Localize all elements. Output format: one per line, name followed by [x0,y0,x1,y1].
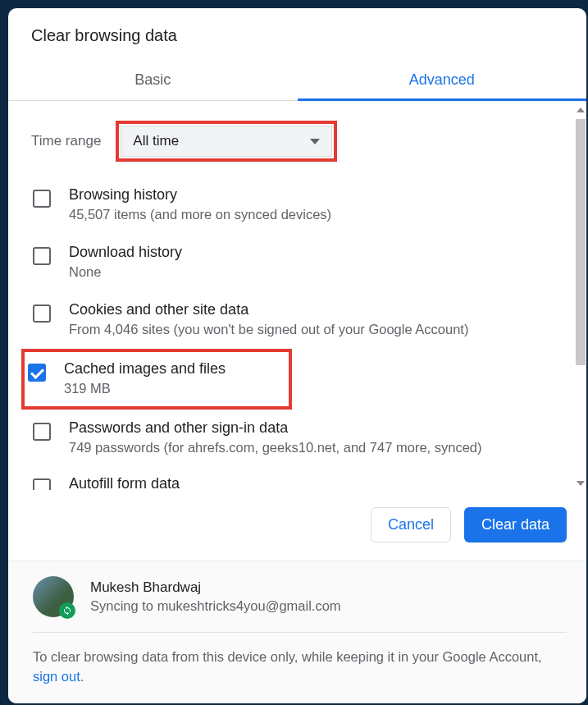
option-title: Cached images and files [64,360,226,378]
option-passwords[interactable]: Passwords and other sign-in data 749 pas… [28,410,570,467]
tab-advanced[interactable]: Advanced [298,60,587,100]
content-scroll-area: Time range All time Browsing history 45,… [8,101,586,492]
option-cookies[interactable]: Cookies and other site data From 4,046 s… [28,291,570,349]
option-title: Passwords and other sign-in data [69,419,482,437]
option-subtitle: From 4,046 sites (you won't be signed ou… [69,322,468,337]
option-title: Cookies and other site data [69,301,468,318]
option-subtitle: 319 MB [64,381,226,396]
option-download-history[interactable]: Download history None [28,234,570,291]
checkbox-download-history[interactable] [33,247,51,265]
time-range-row: Time range All time [28,109,570,176]
clear-data-button[interactable]: Clear data [464,507,567,542]
checkbox-autofill[interactable] [33,478,51,490]
option-autofill[interactable]: Autofill form data [28,467,570,492]
tabs: Basic Advanced [8,60,586,101]
cancel-button[interactable]: Cancel [371,507,451,542]
footer-text-after: . [80,669,84,684]
time-range-value: All time [133,133,179,149]
scroll-up-icon[interactable] [577,108,585,112]
option-subtitle: 749 passwords (for ahrefs.com, geeks10.n… [69,440,482,456]
option-subtitle: 45,507 items (and more on synced devices… [69,207,331,222]
scroll-thumb[interactable] [576,119,586,365]
scrollbar[interactable] [575,108,586,486]
clear-browsing-data-dialog: Clear browsing data Basic Advanced Time … [8,8,586,703]
option-title: Autofill form data [69,475,180,492]
sync-icon [59,602,75,619]
option-title: Download history [69,244,182,261]
option-cached-highlight: Cached images and files 319 MB [21,349,292,410]
dialog-title: Clear browsing data [8,8,586,60]
avatar [33,576,74,617]
checkbox-cached-images[interactable] [28,364,46,382]
checkbox-cookies[interactable] [33,304,51,323]
account-name: Mukesh Bhardwaj [90,579,341,596]
option-subtitle: None [69,264,182,280]
option-title: Browsing history [69,186,331,204]
tab-basic[interactable]: Basic [8,60,298,100]
footer-text-before: To clear browsing data from this device … [33,649,542,664]
account-section: Mukesh Bhardwaj Syncing to mukeshtricks4… [8,561,586,703]
scroll-down-icon[interactable] [577,481,585,486]
option-browsing-history[interactable]: Browsing history 45,507 items (and more … [28,176,570,234]
sign-out-link[interactable]: sign out [33,669,80,684]
account-row: Mukesh Bhardwaj Syncing to mukeshtricks4… [33,576,567,633]
footer-note: To clear browsing data from this device … [33,633,567,695]
checkbox-passwords[interactable] [33,423,51,441]
time-range-label: Time range [31,133,101,149]
chevron-down-icon [310,139,320,144]
dialog-actions: Cancel Clear data [8,492,586,561]
account-status: Syncing to mukeshtricks4you@gmail.com [90,598,341,614]
time-range-select[interactable]: All time [121,126,332,157]
checkbox-browsing-history[interactable] [33,190,51,208]
time-range-highlight: All time [116,121,337,162]
content: Time range All time Browsing history 45,… [8,101,586,492]
